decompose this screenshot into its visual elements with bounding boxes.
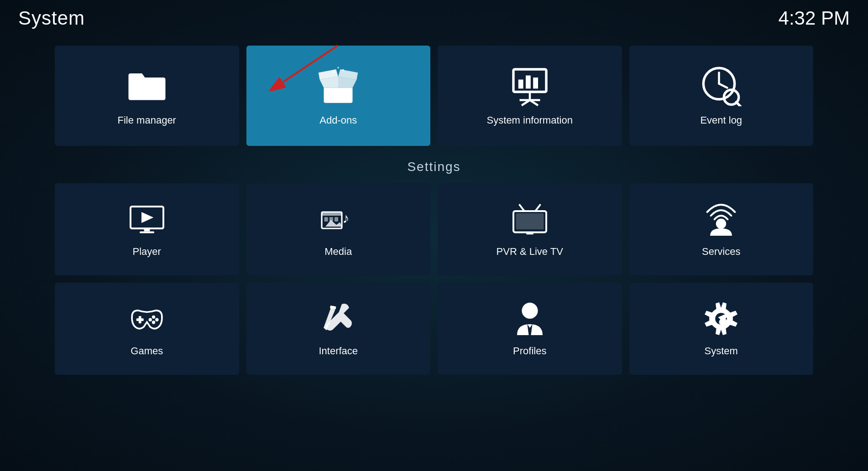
settings-title: Settings	[55, 160, 813, 174]
profiles-icon	[512, 300, 548, 337]
svg-line-31	[519, 205, 524, 211]
tile-interface[interactable]: Interface	[246, 283, 431, 375]
svg-rect-36	[136, 318, 143, 321]
tile-games-label: Games	[131, 345, 163, 357]
tile-player[interactable]: Player	[55, 183, 239, 275]
tile-system-information[interactable]: System information	[438, 46, 622, 146]
presentation-icon	[509, 65, 550, 106]
top-row: File manager Add-ons	[55, 46, 813, 146]
services-icon	[703, 201, 739, 238]
tile-interface-label: Interface	[319, 345, 358, 357]
svg-line-32	[535, 205, 540, 211]
tile-services[interactable]: Services	[629, 183, 814, 275]
tile-services-label: Services	[702, 246, 740, 258]
svg-point-40	[148, 318, 152, 321]
clock-search-icon	[701, 65, 742, 106]
svg-rect-7	[526, 76, 531, 89]
top-bar: System 4:32 PM	[0, 0, 868, 36]
svg-line-17	[737, 102, 741, 106]
tile-media-label: Media	[324, 246, 352, 258]
tv-icon	[512, 201, 548, 238]
svg-line-15	[719, 84, 727, 88]
svg-point-4	[337, 67, 339, 69]
svg-text:♪: ♪	[343, 210, 350, 226]
svg-point-38	[155, 318, 158, 321]
tile-add-ons-label: Add-ons	[319, 114, 357, 126]
tile-system-information-label: System information	[487, 114, 573, 126]
tile-file-manager-label: File manager	[118, 114, 176, 126]
svg-marker-19	[141, 212, 153, 223]
settings-section: Settings Player	[55, 160, 813, 375]
tile-games[interactable]: Games	[55, 283, 239, 375]
svg-point-37	[152, 316, 155, 319]
settings-grid: Player ♪ Media	[55, 183, 813, 375]
svg-rect-21	[140, 231, 154, 233]
tile-pvr-live-tv-label: PVR & Live TV	[497, 246, 563, 258]
svg-rect-30	[516, 213, 544, 229]
folder-icon	[126, 65, 167, 106]
tile-profiles-label: Profiles	[513, 345, 546, 357]
svg-rect-20	[144, 228, 150, 231]
svg-rect-24	[324, 217, 328, 222]
app-title: System	[18, 7, 85, 29]
svg-point-34	[716, 218, 726, 228]
main-content: File manager Add-ons	[0, 36, 868, 471]
svg-point-39	[152, 321, 155, 324]
tile-event-log-label: Event log	[700, 114, 742, 126]
clock: 4:32 PM	[779, 7, 850, 29]
interface-icon	[320, 300, 356, 337]
svg-point-2	[332, 71, 335, 73]
tile-profiles[interactable]: Profiles	[438, 283, 622, 375]
gamepad-icon	[129, 300, 165, 337]
tile-media[interactable]: ♪ Media	[246, 183, 431, 275]
svg-rect-33	[526, 232, 533, 234]
player-icon	[129, 201, 165, 238]
svg-rect-23	[322, 212, 342, 216]
system-settings-icon	[703, 300, 739, 337]
tile-file-manager[interactable]: File manager	[55, 46, 239, 146]
media-icon: ♪	[320, 201, 356, 238]
svg-point-43	[522, 303, 538, 319]
tile-pvr-live-tv[interactable]: PVR & Live TV	[438, 183, 622, 275]
tile-event-log[interactable]: Event log	[629, 46, 814, 146]
svg-point-3	[342, 69, 345, 72]
tile-player-label: Player	[133, 246, 161, 258]
tile-add-ons[interactable]: Add-ons	[246, 46, 431, 146]
tile-system-label: System	[705, 345, 738, 357]
svg-rect-8	[533, 78, 538, 88]
box-icon	[318, 65, 359, 106]
svg-rect-26	[335, 217, 338, 222]
svg-rect-6	[518, 80, 523, 89]
tile-system[interactable]: System	[629, 283, 814, 375]
